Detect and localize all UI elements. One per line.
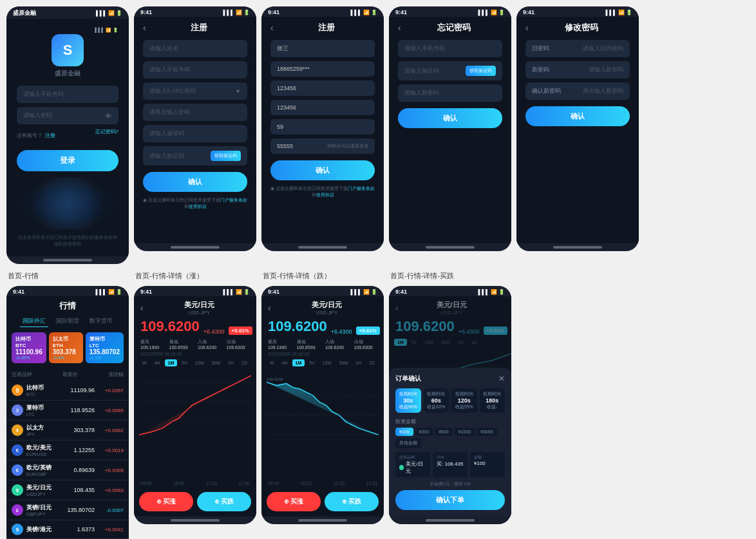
tf-1h-2[interactable]: 1H — [352, 359, 364, 366]
confirm-order-btn[interactable]: 确认下单 — [395, 490, 505, 510]
market-row-usdjpy[interactable]: $ 美元/日元 USD/JPY 108.435 +0.0083 — [6, 480, 129, 500]
eye-icon[interactable]: 👁 — [105, 112, 112, 120]
forgot-newpwd-input[interactable]: 请输入新密码 — [398, 84, 502, 102]
time-opt-30s[interactable]: 投期时间 30s 收益90% — [395, 388, 421, 413]
phone-input[interactable]: 请输入手机号码 — [17, 86, 118, 103]
tf-30m-1[interactable]: 30M — [208, 359, 223, 366]
reg2-pwd-input[interactable]: 123456 — [270, 80, 375, 96]
password-input[interactable]: 请输入密码 👁 — [17, 107, 118, 124]
reg-name-input[interactable]: 请输入姓名 — [143, 40, 247, 57]
status-bar-8: 9:41 ▌▌▌ 📶 🔋 — [261, 286, 384, 296]
chart-back-1[interactable]: ‹ — [140, 303, 144, 313]
market-row-usdx[interactable]: $ 美镑/港元 1.6373 +0.0041 — [6, 520, 129, 539]
back-arrow-1[interactable]: ‹ — [143, 23, 146, 33]
tf-1m-2[interactable]: 1M — [292, 359, 305, 366]
back-arrow-2[interactable]: ‹ — [270, 23, 274, 33]
confirm-btn-1[interactable]: 确认 — [143, 172, 247, 192]
reg2-pwd2-input[interactable]: 123456 — [270, 100, 375, 115]
reg-invite-input[interactable]: 请输入邀请码 — [143, 125, 247, 142]
sell-button-2[interactable]: ⊕ 买跌 — [325, 492, 379, 511]
forgot-verify-input[interactable]: 请输入验证码 获取验证码 — [398, 61, 502, 80]
chart-pair-1: 美元/日元 — [149, 300, 250, 310]
new-pwd-row[interactable]: 新密码 请输入新密码 — [525, 61, 630, 79]
coin-info-usdx: 美镑/港元 — [26, 525, 61, 534]
tab-intl-fx[interactable]: 国际外汇 — [20, 316, 48, 327]
time-opt-60s[interactable]: 投期时间 60s 收益62% — [424, 388, 449, 413]
chart-back-2[interactable]: ‹ — [268, 303, 271, 313]
change-confirm-btn[interactable]: 确认 — [525, 106, 630, 126]
coin-info-eurusd: 欧元/美元 EUR/USD — [26, 444, 61, 457]
tf-15m-1[interactable]: 15M — [192, 359, 207, 366]
label-3: 首页-行情-详情（跌） — [261, 269, 384, 281]
tf-w-1[interactable]: W — [139, 359, 150, 366]
market-row-ltc[interactable]: Ξ 莱特币 LTC 118.9526 +0.0065 — [6, 401, 129, 421]
market-row-jpy[interactable]: ¥ 以太方 JPY 303.378 +0.0062 — [6, 421, 129, 440]
sell-button-1[interactable]: ⊕ 买跌 — [197, 492, 251, 511]
featured-ltc[interactable]: 莱特币LTC 135.80702 -0.1% — [86, 332, 124, 363]
modal-close-btn[interactable]: ✕ — [498, 374, 505, 383]
amount-other[interactable]: 其他金额 — [395, 438, 421, 448]
confirm-pwd-row[interactable]: 确认新密码 再次输入新密码 — [525, 82, 630, 100]
login-button[interactable]: 登录 — [17, 150, 118, 171]
home-indicator-9 — [426, 519, 475, 522]
reg2-invite-input[interactable]: 59 — [270, 119, 375, 135]
amount-3000[interactable]: ¥3000 — [477, 428, 496, 436]
wifi-icon: 📶 — [108, 10, 115, 16]
market-row-eurgbp[interactable]: € 欧元/英镑 EUR/GBP 0.89639 +0.0009 — [6, 460, 129, 480]
reg-phone-input[interactable]: 请输入手机号码 — [143, 61, 247, 79]
market-row-gbpjpy[interactable]: £ 英镑/日元 GBP/JPY 135.80702 -0.0007 — [6, 500, 129, 520]
forgot-get-verify-btn[interactable]: 获取验证码 — [466, 66, 496, 76]
reg-pwd2-input[interactable]: 请再次输入密码 — [143, 104, 247, 121]
tf-5v-1[interactable]: 5V — [178, 359, 191, 366]
status-bar-3: 9:41 ▌▌▌ 📶 🔋 — [261, 6, 384, 17]
featured-btc[interactable]: 比特币BTC 11100.96 -0.46% — [12, 332, 46, 363]
coin-icon-jpy: ¥ — [12, 424, 23, 436]
old-pwd-row[interactable]: 旧密码 请输入旧的密码 — [525, 40, 630, 57]
tf-1h-1[interactable]: 1H — [225, 359, 237, 366]
tf-15m-2[interactable]: 15M — [319, 359, 335, 366]
tab-crypto[interactable]: 数字货币 — [87, 316, 115, 327]
market-row-eurusd[interactable]: € 欧元/美元 EUR/USD 1.12255 +0.0019 — [6, 440, 129, 460]
amount-500[interactable]: ¥500 — [435, 428, 453, 436]
back-arrow-3[interactable]: ‹ — [398, 23, 401, 33]
time-opt-180s[interactable]: 投期时间 180s 收益- — [480, 388, 506, 413]
confirm-btn-2[interactable]: 确认 — [270, 160, 375, 180]
tf-w-2[interactable]: W — [267, 359, 278, 366]
reg2-verify-input[interactable]: 55555 90秒后可以重新发送 — [270, 138, 375, 154]
forgot-link[interactable]: 忘记密码? — [95, 128, 118, 140]
time-opt-120s[interactable]: 投期时间 120s 收益55% — [451, 388, 477, 413]
tf-4h-2[interactable]: 4H — [279, 359, 291, 366]
tf-1d-2[interactable]: 1D — [366, 359, 378, 366]
label-11: 11:00 — [206, 481, 218, 486]
back-arrow-4[interactable]: ‹ — [525, 23, 529, 33]
forgot-confirm-btn[interactable]: 确认 — [398, 108, 502, 128]
market-row-btc[interactable]: ₿ 比特币 BTC 11109.96 +0.0267 — [6, 381, 129, 401]
tf-1d-1[interactable]: 1D — [238, 359, 250, 366]
label-10b: 10:22 — [301, 481, 312, 486]
tf-30m-2[interactable]: 30M — [335, 359, 351, 366]
featured-eth[interactable]: 以太币ETH 303.378 -0.4% — [49, 332, 83, 363]
signal-2: ▌▌▌ 📶 🔋 — [223, 10, 250, 15]
reg2-phone-input[interactable]: 18865259*** — [270, 61, 375, 77]
reg-verify-input[interactable]: 请输入验证码 获取验证码 — [143, 146, 247, 165]
product-dir: 方向 买: 108.435 — [433, 452, 468, 477]
forgot-phone-input[interactable]: 请输入手机号码 — [398, 40, 502, 57]
verify-placeholder: 请输入验证码 — [149, 152, 184, 160]
amount-200[interactable]: ¥200 — [415, 428, 433, 436]
signal-8: ▌▌▌ 📶 🔋 — [351, 289, 377, 295]
reg2-name-input[interactable]: 张三 — [270, 40, 375, 57]
buy-button-2[interactable]: ⊕ 买涨 — [267, 492, 321, 511]
tf-4h-1[interactable]: 4H — [151, 359, 164, 366]
amount-100[interactable]: ¥100 — [395, 428, 413, 436]
register-link[interactable]: 注册 — [45, 133, 55, 138]
screen-order: ‹ 美元/日元 USD.JPY 109.6200 +6.4300 +0.61% — [389, 296, 511, 516]
tab-intl-futures[interactable]: 国际期货 — [53, 316, 82, 327]
stat-low-1: 最低 100.8593 — [169, 339, 193, 350]
tf-1m-1[interactable]: 1M — [165, 359, 178, 366]
tf-5v-2[interactable]: 5V — [306, 359, 318, 366]
get-verify-btn[interactable]: 获取验证码 — [211, 151, 241, 161]
amount-1000[interactable]: ¥1000 — [455, 428, 475, 436]
reg-pwd-input[interactable]: 请输入8-16位密码 ▼ — [143, 82, 247, 100]
buy-button-1[interactable]: ⊕ 买涨 — [139, 492, 193, 511]
chart-bottom-labels-2: 09:00 10:22 11:00 12:22 — [261, 480, 384, 487]
